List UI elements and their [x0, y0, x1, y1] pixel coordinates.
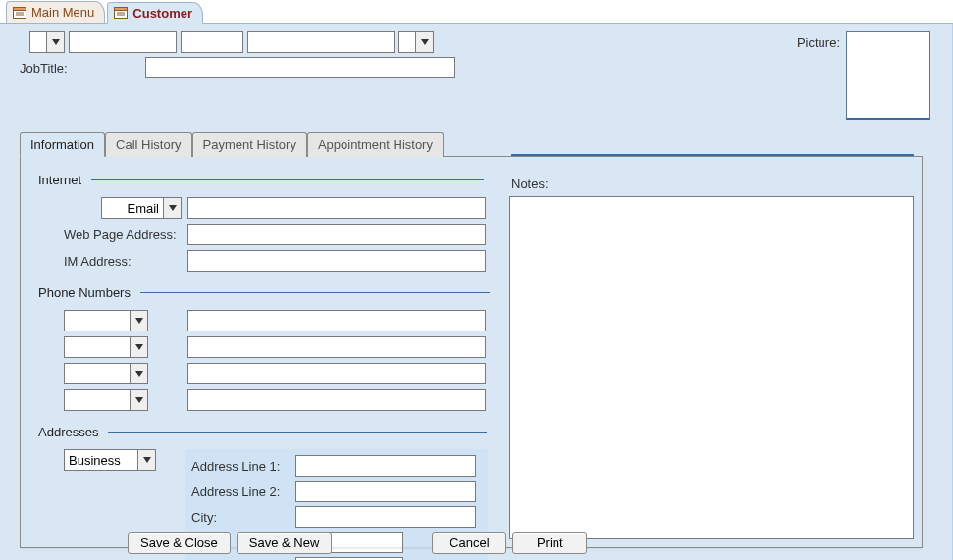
phone-type-combo[interactable]	[64, 310, 148, 331]
address-line1-label: Address Line 1:	[191, 459, 290, 474]
doc-tab-main-menu[interactable]: Main Menu	[6, 1, 105, 23]
chevron-down-icon[interactable]	[131, 310, 148, 331]
phone-type-combo[interactable]	[64, 363, 148, 384]
email-input[interactable]	[187, 197, 486, 219]
address-type-input[interactable]	[64, 449, 138, 471]
chevron-down-icon[interactable]	[131, 389, 148, 411]
address-line2-input[interactable]	[295, 481, 476, 502]
chevron-down-icon[interactable]	[416, 31, 434, 53]
chevron-down-icon[interactable]	[131, 336, 148, 358]
first-name-input[interactable]	[69, 31, 177, 53]
phone-number-input[interactable]	[187, 363, 486, 384]
address-line2-label: Address Line 2:	[191, 484, 290, 499]
email-type-input[interactable]	[101, 197, 164, 219]
email-type-combo[interactable]	[64, 197, 182, 219]
form-icon	[13, 7, 26, 19]
suffix-combo[interactable]	[398, 31, 434, 53]
customer-form: JobTitle: Picture: Information Call Hist…	[0, 24, 953, 560]
chevron-down-icon[interactable]	[131, 363, 148, 384]
form-icon	[114, 7, 128, 19]
address-line1-input[interactable]	[295, 455, 476, 477]
print-button[interactable]: Print	[512, 532, 587, 554]
phone-number-input[interactable]	[187, 336, 486, 358]
chevron-down-icon[interactable]	[47, 31, 65, 53]
jobtitle-label: JobTitle:	[20, 61, 137, 76]
city-label: City:	[191, 510, 290, 525]
chevron-down-icon[interactable]	[138, 449, 156, 471]
divider	[140, 292, 490, 293]
notes-label: Notes:	[511, 177, 549, 191]
jobtitle-input[interactable]	[145, 57, 455, 78]
addresses-heading: Addresses	[38, 425, 98, 439]
last-name-input[interactable]	[247, 31, 395, 53]
internet-heading: Internet	[38, 173, 81, 187]
title-input[interactable]	[29, 31, 47, 53]
im-input[interactable]	[187, 250, 486, 272]
footer-buttons: Save & Close Save & New Cancel Print	[0, 532, 952, 554]
phone-type-input[interactable]	[64, 363, 131, 384]
tab-control: Information Call History Payment History…	[20, 131, 923, 548]
cancel-button[interactable]: Cancel	[432, 532, 506, 554]
doc-tab-customer-label: Customer	[132, 6, 192, 21]
svg-rect-1	[14, 7, 26, 10]
phone-type-combo[interactable]	[64, 336, 148, 358]
save-close-button[interactable]: Save & Close	[128, 532, 231, 554]
phone-type-input[interactable]	[64, 389, 131, 411]
phones-heading: Phone Numbers	[38, 285, 131, 300]
tab-payment-history[interactable]: Payment History	[192, 132, 307, 157]
tab-call-history[interactable]: Call History	[105, 132, 191, 157]
divider	[108, 432, 487, 433]
tab-information[interactable]: Information	[20, 132, 105, 157]
phone-type-combo[interactable]	[64, 389, 148, 411]
chevron-down-icon[interactable]	[164, 197, 182, 219]
phone-number-input[interactable]	[187, 310, 486, 331]
phone-type-input[interactable]	[64, 310, 131, 331]
svg-rect-5	[115, 8, 128, 11]
notes-textarea[interactable]	[509, 196, 914, 539]
phone-type-input[interactable]	[64, 336, 131, 358]
doc-tab-main-menu-label: Main Menu	[31, 5, 94, 20]
tab-page-information: Internet Web Page Address: IM Address:	[20, 156, 923, 548]
divider	[91, 179, 484, 180]
picture-label: Picture:	[797, 31, 840, 120]
picture-box[interactable]	[846, 31, 930, 120]
webpage-input[interactable]	[187, 224, 486, 245]
city-input[interactable]	[295, 506, 476, 528]
middle-name-input[interactable]	[181, 31, 243, 53]
im-label: IM Address:	[64, 254, 182, 269]
title-combo[interactable]	[29, 31, 65, 53]
tab-appointment-history[interactable]: Appointment History	[307, 132, 444, 157]
doc-tab-customer[interactable]: Customer	[107, 2, 203, 24]
webpage-label: Web Page Address:	[64, 228, 182, 242]
save-new-button[interactable]: Save & New	[237, 532, 333, 554]
address-type-combo[interactable]	[64, 449, 156, 471]
phone-number-input[interactable]	[187, 389, 486, 411]
document-tabs: Main Menu Customer	[0, 0, 953, 24]
suffix-input[interactable]	[398, 31, 416, 53]
